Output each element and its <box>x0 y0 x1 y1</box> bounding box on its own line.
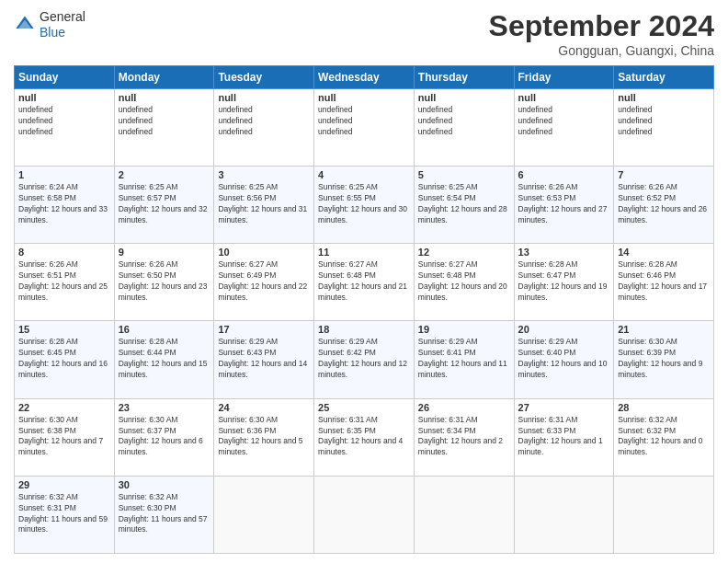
col-wednesday: Wednesday <box>314 66 415 89</box>
table-row: 25 Sunrise: 6:31 AMSunset: 6:35 PMDaylig… <box>314 398 415 476</box>
table-row <box>514 476 614 553</box>
calendar-week-6: 29 Sunrise: 6:32 AMSunset: 6:31 PMDaylig… <box>15 476 714 553</box>
day-info: undefinedundefinedundefined <box>618 105 652 136</box>
day-number: 21 <box>618 324 710 335</box>
day-info: Sunrise: 6:31 AMSunset: 6:33 PMDaylight:… <box>518 415 603 457</box>
day-number: 13 <box>518 247 610 258</box>
day-info: Sunrise: 6:29 AMSunset: 6:43 PMDaylight:… <box>218 337 307 379</box>
calendar-week-3: 8 Sunrise: 6:26 AMSunset: 6:51 PMDayligh… <box>15 244 714 321</box>
day-info: undefinedundefinedundefined <box>318 105 352 136</box>
table-row: null undefinedundefinedundefined <box>15 89 115 167</box>
table-row: 13 Sunrise: 6:28 AMSunset: 6:47 PMDaylig… <box>514 244 614 321</box>
day-number: 24 <box>218 402 310 413</box>
day-info: Sunrise: 6:26 AMSunset: 6:51 PMDaylight:… <box>18 259 108 302</box>
day-info: Sunrise: 6:25 AMSunset: 6:57 PMDaylight:… <box>119 182 208 224</box>
day-info: Sunrise: 6:29 AMSunset: 6:42 PMDaylight:… <box>318 337 407 379</box>
day-info: Sunrise: 6:26 AMSunset: 6:50 PMDaylight:… <box>119 259 208 302</box>
table-row: 12 Sunrise: 6:27 AMSunset: 6:48 PMDaylig… <box>414 244 514 321</box>
day-number: 27 <box>518 402 610 413</box>
day-info: Sunrise: 6:27 AMSunset: 6:48 PMDaylight:… <box>318 259 407 302</box>
day-info: Sunrise: 6:32 AMSunset: 6:30 PMDaylight:… <box>119 492 208 534</box>
calendar-table: Sunday Monday Tuesday Wednesday Thursday… <box>14 65 714 554</box>
table-row: 19 Sunrise: 6:29 AMSunset: 6:41 PMDaylig… <box>414 321 514 398</box>
table-row: 18 Sunrise: 6:29 AMSunset: 6:42 PMDaylig… <box>314 321 415 398</box>
day-number: 26 <box>418 402 510 413</box>
day-info: Sunrise: 6:25 AMSunset: 6:56 PMDaylight:… <box>218 182 307 224</box>
table-row: 5 Sunrise: 6:25 AMSunset: 6:54 PMDayligh… <box>414 167 514 244</box>
location: Gongguan, Guangxi, China <box>489 43 714 58</box>
day-number: 1 <box>18 169 110 180</box>
day-number: 2 <box>119 169 210 180</box>
table-row: 2 Sunrise: 6:25 AMSunset: 6:57 PMDayligh… <box>114 167 214 244</box>
day-info: undefinedundefinedundefined <box>518 105 552 136</box>
day-number: 29 <box>18 479 110 490</box>
day-info: Sunrise: 6:28 AMSunset: 6:47 PMDaylight:… <box>518 259 608 302</box>
day-number: 11 <box>318 247 410 258</box>
table-row <box>214 476 314 553</box>
table-row: 4 Sunrise: 6:25 AMSunset: 6:55 PMDayligh… <box>314 167 415 244</box>
day-info: Sunrise: 6:30 AMSunset: 6:36 PMDaylight:… <box>218 415 302 457</box>
table-row <box>314 476 415 553</box>
table-row: 22 Sunrise: 6:30 AMSunset: 6:38 PMDaylig… <box>15 398 115 476</box>
day-number: 8 <box>18 247 110 258</box>
day-number: 7 <box>618 169 710 180</box>
day-number: 3 <box>218 169 310 180</box>
table-row: 17 Sunrise: 6:29 AMSunset: 6:43 PMDaylig… <box>214 321 314 398</box>
day-info: Sunrise: 6:28 AMSunset: 6:46 PMDaylight:… <box>618 259 707 302</box>
day-info: Sunrise: 6:28 AMSunset: 6:45 PMDaylight:… <box>18 337 108 379</box>
table-row: 15 Sunrise: 6:28 AMSunset: 6:45 PMDaylig… <box>15 321 115 398</box>
day-info: Sunrise: 6:30 AMSunset: 6:37 PMDaylight:… <box>119 415 203 457</box>
day-number: null <box>518 92 610 103</box>
table-row: 30 Sunrise: 6:32 AMSunset: 6:30 PMDaylig… <box>114 476 214 553</box>
col-sunday: Sunday <box>15 66 115 89</box>
calendar-week-5: 22 Sunrise: 6:30 AMSunset: 6:38 PMDaylig… <box>15 398 714 476</box>
day-number: 28 <box>618 402 710 413</box>
table-row: 11 Sunrise: 6:27 AMSunset: 6:48 PMDaylig… <box>314 244 415 321</box>
logo-blue: Blue <box>40 25 85 40</box>
day-info: Sunrise: 6:30 AMSunset: 6:39 PMDaylight:… <box>618 337 702 379</box>
day-number: 23 <box>119 402 210 413</box>
col-tuesday: Tuesday <box>214 66 314 89</box>
day-number: null <box>218 92 310 103</box>
day-number: null <box>119 92 210 103</box>
day-info: Sunrise: 6:25 AMSunset: 6:54 PMDaylight:… <box>418 182 507 224</box>
calendar-header-row: Sunday Monday Tuesday Wednesday Thursday… <box>15 66 714 89</box>
day-info: undefinedundefinedundefined <box>119 105 153 136</box>
col-monday: Monday <box>114 66 214 89</box>
table-row: 23 Sunrise: 6:30 AMSunset: 6:37 PMDaylig… <box>114 398 214 476</box>
day-number: 6 <box>518 169 610 180</box>
day-number: 19 <box>418 324 510 335</box>
day-number: 12 <box>418 247 510 258</box>
day-number: 16 <box>119 324 210 335</box>
table-row: 28 Sunrise: 6:32 AMSunset: 6:32 PMDaylig… <box>614 398 714 476</box>
table-row: null undefinedundefinedundefined <box>114 89 214 167</box>
logo-general: General <box>40 9 85 25</box>
table-row: 1 Sunrise: 6:24 AMSunset: 6:58 PMDayligh… <box>15 167 115 244</box>
col-thursday: Thursday <box>414 66 514 89</box>
day-info: Sunrise: 6:31 AMSunset: 6:34 PMDaylight:… <box>418 415 503 457</box>
day-info: Sunrise: 6:31 AMSunset: 6:35 PMDaylight:… <box>318 415 403 457</box>
day-info: Sunrise: 6:26 AMSunset: 6:52 PMDaylight:… <box>618 182 707 224</box>
day-number: 18 <box>318 324 410 335</box>
table-row: 29 Sunrise: 6:32 AMSunset: 6:31 PMDaylig… <box>15 476 115 553</box>
table-row: null undefinedundefinedundefined <box>414 89 514 167</box>
month-title: September 2024 <box>489 9 714 43</box>
calendar-week-1: null undefinedundefinedundefined null un… <box>15 89 714 167</box>
table-row: 21 Sunrise: 6:30 AMSunset: 6:39 PMDaylig… <box>614 321 714 398</box>
table-row: 24 Sunrise: 6:30 AMSunset: 6:36 PMDaylig… <box>214 398 314 476</box>
table-row: null undefinedundefinedundefined <box>514 89 614 167</box>
table-row: 7 Sunrise: 6:26 AMSunset: 6:52 PMDayligh… <box>614 167 714 244</box>
day-number: 22 <box>18 402 110 413</box>
day-number: 14 <box>618 247 710 258</box>
header: General Blue September 2024 Gongguan, Gu… <box>14 9 714 58</box>
table-row <box>414 476 514 553</box>
logo-icon <box>14 14 36 36</box>
day-info: Sunrise: 6:25 AMSunset: 6:55 PMDaylight:… <box>318 182 407 224</box>
col-saturday: Saturday <box>614 66 714 89</box>
day-info: Sunrise: 6:30 AMSunset: 6:38 PMDaylight:… <box>18 415 103 457</box>
day-info: Sunrise: 6:29 AMSunset: 6:40 PMDaylight:… <box>518 337 608 379</box>
table-row: null undefinedundefinedundefined <box>314 89 415 167</box>
calendar-week-4: 15 Sunrise: 6:28 AMSunset: 6:45 PMDaylig… <box>15 321 714 398</box>
day-number: null <box>618 92 710 103</box>
day-number: null <box>318 92 410 103</box>
